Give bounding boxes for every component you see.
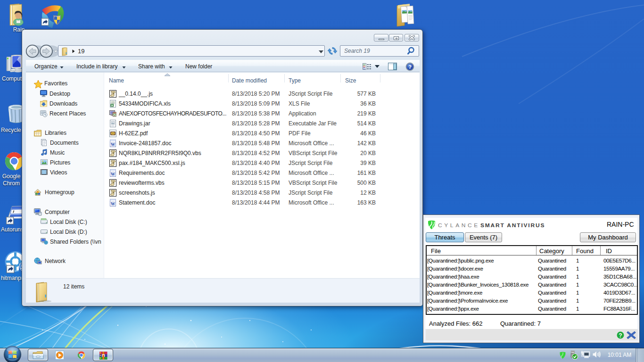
svg-text:?: ? (408, 64, 412, 70)
svg-text:?: ? (619, 332, 622, 339)
